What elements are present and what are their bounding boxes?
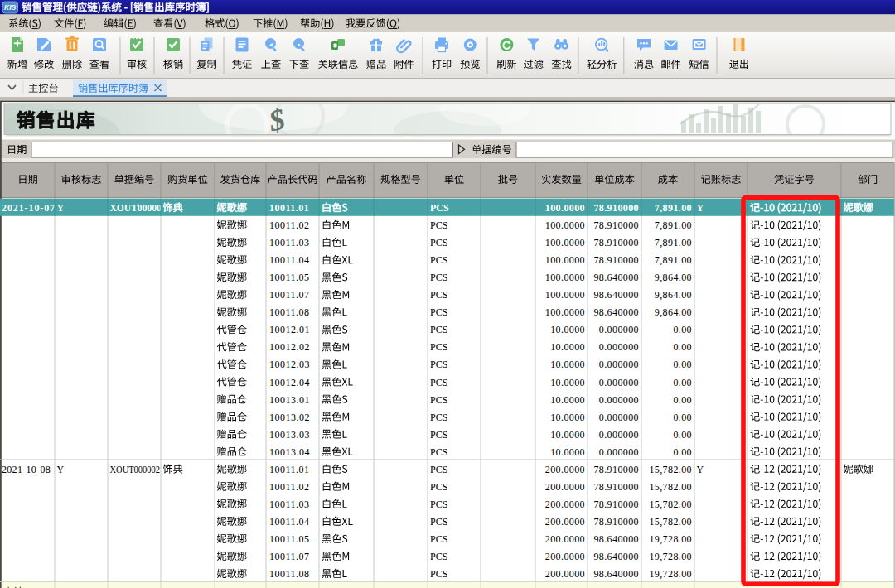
- svg-text:78.910000: 78.910000: [593, 237, 639, 248]
- svg-text:98.640000: 98.640000: [593, 568, 639, 580]
- svg-text:100.0000: 100.0000: [545, 289, 585, 301]
- svg-text:200.0000: 200.0000: [545, 533, 585, 545]
- svg-text:0.000000: 0.000000: [599, 394, 639, 406]
- svg-text:98.640000: 98.640000: [593, 289, 639, 301]
- svg-text:9,864.00: 9,864.00: [655, 306, 692, 318]
- svg-text:78.910000: 78.910000: [593, 219, 639, 231]
- svg-text:Y: Y: [57, 464, 65, 475]
- svg-text:10012.01: 10012.01: [269, 324, 310, 335]
- svg-text:78.910000: 78.910000: [593, 464, 639, 475]
- svg-text:15,782.00: 15,782.00: [649, 516, 692, 528]
- svg-text:100.0000: 100.0000: [545, 306, 585, 318]
- svg-text:0.00: 0.00: [673, 377, 692, 388]
- svg-text:0.00: 0.00: [673, 412, 692, 423]
- svg-text:10.0000: 10.0000: [550, 446, 585, 458]
- svg-text:2021-10-07: 2021-10-07: [2, 202, 56, 214]
- svg-text:Y: Y: [57, 202, 65, 214]
- svg-text:PCS: PCS: [430, 377, 448, 388]
- svg-text:10.0000: 10.0000: [550, 341, 585, 353]
- svg-text:0.000000: 0.000000: [599, 429, 639, 441]
- svg-text:PCS: PCS: [430, 272, 448, 283]
- svg-text:10011.01: 10011.01: [269, 202, 309, 214]
- svg-text:7,891.00: 7,891.00: [655, 219, 692, 231]
- svg-text:9,864.00: 9,864.00: [655, 289, 692, 301]
- svg-text:10.0000: 10.0000: [550, 429, 585, 441]
- svg-text:10011.03: 10011.03: [269, 499, 310, 510]
- svg-text:10011.08: 10011.08: [269, 568, 310, 580]
- svg-text:KIS: KIS: [4, 3, 17, 12]
- svg-text:10011.05: 10011.05: [269, 272, 310, 283]
- svg-text:10.0000: 10.0000: [550, 377, 585, 388]
- svg-text:0.00: 0.00: [673, 429, 692, 441]
- svg-text:78.910000: 78.910000: [593, 499, 639, 510]
- svg-text:100.0000: 100.0000: [545, 237, 585, 248]
- svg-text:10011.04: 10011.04: [269, 516, 310, 528]
- svg-text:10012.03: 10012.03: [269, 359, 310, 370]
- svg-text:78.910000: 78.910000: [593, 254, 639, 266]
- svg-text:10012.02: 10012.02: [269, 341, 310, 353]
- svg-text:100.0000: 100.0000: [545, 254, 585, 266]
- svg-text:10011.05: 10011.05: [269, 533, 310, 545]
- svg-text:XOUT000002: XOUT000002: [110, 464, 161, 475]
- svg-text:PCS: PCS: [430, 481, 448, 493]
- svg-text:10011.01: 10011.01: [269, 464, 310, 475]
- svg-text:200.0000: 200.0000: [545, 481, 585, 493]
- svg-text:0.00: 0.00: [673, 394, 692, 406]
- svg-text:200.0000: 200.0000: [545, 516, 585, 528]
- svg-text:10011.03: 10011.03: [269, 237, 310, 248]
- svg-text:PCS: PCS: [430, 568, 448, 580]
- svg-text:0.00: 0.00: [673, 359, 692, 370]
- svg-text:PCS: PCS: [430, 464, 448, 475]
- svg-text:98.640000: 98.640000: [593, 306, 639, 318]
- svg-text:200.0000: 200.0000: [545, 551, 585, 562]
- svg-text:2021-10-08: 2021-10-08: [2, 464, 51, 475]
- svg-text:10012.04: 10012.04: [269, 377, 310, 388]
- svg-text:PCS: PCS: [430, 429, 448, 441]
- svg-text:PCS: PCS: [430, 202, 449, 214]
- svg-text:XOUT000001: XOUT000001: [110, 202, 167, 214]
- svg-text:PCS: PCS: [430, 289, 448, 301]
- svg-text:10013.04: 10013.04: [269, 446, 310, 458]
- svg-text:78.910000: 78.910000: [593, 516, 639, 528]
- svg-text:9,864.00: 9,864.00: [655, 272, 692, 283]
- svg-text:0.00: 0.00: [673, 446, 692, 458]
- svg-text:200.0000: 200.0000: [545, 568, 585, 580]
- svg-text:10013.01: 10013.01: [269, 394, 310, 406]
- svg-text:PCS: PCS: [430, 551, 448, 562]
- svg-text:10011.02: 10011.02: [269, 481, 310, 493]
- svg-text:PCS: PCS: [430, 254, 448, 266]
- svg-text:Y: Y: [697, 202, 704, 214]
- svg-text:200.0000: 200.0000: [545, 499, 585, 510]
- svg-text:PCS: PCS: [430, 394, 448, 406]
- svg-text:10011.07: 10011.07: [269, 289, 310, 301]
- svg-text:10.0000: 10.0000: [550, 394, 585, 406]
- svg-text:15,782.00: 15,782.00: [649, 481, 692, 493]
- svg-text:PCS: PCS: [430, 516, 448, 528]
- svg-text:0.000000: 0.000000: [599, 359, 639, 370]
- svg-text:19,728.00: 19,728.00: [649, 551, 692, 562]
- svg-text:10011.02: 10011.02: [269, 219, 310, 231]
- svg-text:10011.07: 10011.07: [269, 551, 310, 562]
- svg-text:10.0000: 10.0000: [550, 359, 585, 370]
- svg-text:PCS: PCS: [430, 359, 448, 370]
- svg-text:10.0000: 10.0000: [550, 324, 585, 335]
- svg-text:10011.04: 10011.04: [269, 254, 310, 266]
- svg-text:PCS: PCS: [430, 219, 448, 231]
- svg-text:98.640000: 98.640000: [593, 533, 639, 545]
- svg-text:98.640000: 98.640000: [593, 551, 639, 562]
- svg-text:0.000000: 0.000000: [599, 341, 639, 353]
- svg-text:PCS: PCS: [430, 499, 448, 510]
- svg-text:100.0000: 100.0000: [545, 272, 585, 283]
- svg-text:PCS: PCS: [430, 324, 448, 335]
- svg-text:PCS: PCS: [430, 341, 448, 353]
- svg-text:100.0000: 100.0000: [545, 202, 585, 214]
- svg-text:15,782.00: 15,782.00: [649, 464, 692, 475]
- svg-text:200.0000: 200.0000: [545, 464, 585, 475]
- svg-text:10011.08: 10011.08: [269, 306, 310, 318]
- svg-text:PCS: PCS: [430, 446, 448, 458]
- svg-text:0.000000: 0.000000: [599, 377, 639, 388]
- svg-text:0.000000: 0.000000: [599, 412, 639, 423]
- svg-text:10013.03: 10013.03: [269, 429, 310, 441]
- svg-text:7,891.00: 7,891.00: [655, 254, 692, 266]
- svg-text:Y: Y: [697, 464, 704, 475]
